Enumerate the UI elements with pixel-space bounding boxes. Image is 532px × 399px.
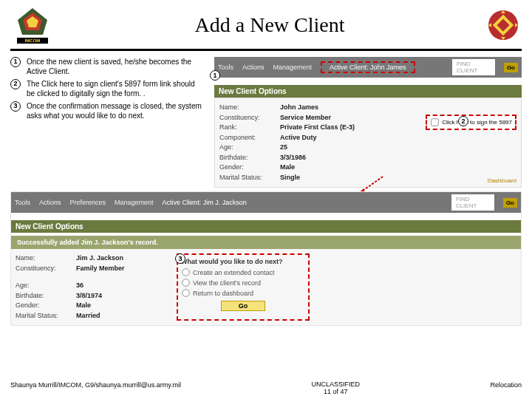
active-client-label: Active Client: John James (321, 61, 415, 73)
radio-return-dashboard[interactable] (182, 289, 189, 296)
val2-name: Jim J. Jackson (76, 253, 123, 264)
val2-gender: Male (76, 301, 91, 311)
dashboard-link[interactable]: Dashboard (488, 177, 516, 184)
opt-return-dashboard[interactable]: Return to dashboard (181, 288, 305, 298)
val-age: 25 (280, 143, 287, 153)
callout-badge-3: 3 (175, 253, 185, 264)
nav-actions[interactable]: Actions (242, 64, 265, 71)
screenshot-panel-2: Tools Actions Preferences Management Act… (10, 191, 522, 326)
lbl2-name: Name: (16, 253, 76, 264)
lbl2-gender: Gender: (16, 301, 76, 311)
lbl-birthdate: Birthdate: (219, 153, 280, 163)
sign-5897-label: Click here to sign the 5897 (442, 119, 512, 126)
footer-page-number: 11 of 47 (324, 388, 348, 395)
next-question: What would you like to do next? (181, 258, 305, 265)
instruction-list: 1 Once the new client is saved, he/she b… (10, 57, 202, 120)
nav-tools[interactable]: Tools (218, 64, 233, 71)
lbl2-constituency: Constituency: (16, 264, 76, 274)
sign-5897-box[interactable]: Click here to sign the 5897 (426, 115, 516, 130)
val2-age: 36 (76, 281, 83, 291)
find-client-input-2[interactable]: FIND CLIENT (451, 194, 494, 211)
screenshot-panel-1: Tools Actions Management Active Client: … (214, 57, 522, 188)
lbl-component: Component: (219, 133, 280, 143)
opt-view-record[interactable]: View the client's record (181, 278, 305, 287)
nav2-actions[interactable]: Actions (39, 199, 61, 206)
section-header-2: New Client Options (11, 220, 521, 233)
val-gender: Male (280, 163, 295, 173)
step-badge-2: 2 (10, 79, 21, 89)
val-name: John James (280, 103, 318, 113)
imcom-logo: IMCOM (10, 3, 55, 47)
val-component: Active Duty (280, 133, 317, 143)
header-rule (10, 49, 522, 51)
lbl-name: Name: (219, 103, 280, 113)
nav2-management[interactable]: Management (115, 199, 154, 206)
val-rank: Private First Class (E-3) (280, 123, 355, 133)
callout-badge-1: 1 (210, 70, 220, 81)
step-badge-1: 1 (10, 57, 21, 67)
opt-extended-contact[interactable]: Create an extended contact (181, 267, 305, 277)
val-birthdate: 3/3/1986 (280, 153, 306, 163)
radio-view-record[interactable] (182, 279, 189, 286)
footer-author: Shaunya Murrill/IMCOM, G9/shaunya.murril… (10, 381, 181, 396)
lbl-gender: Gender: (219, 163, 280, 173)
success-message: Successfully added Jim J. Jackson's reco… (11, 236, 521, 249)
val-marital: Single (280, 173, 300, 183)
section-header: New Client Options (214, 85, 522, 98)
step-badge-3: 3 (10, 101, 21, 112)
lbl-constituency: Constituency: (219, 113, 280, 123)
nav2-tools[interactable]: Tools (15, 199, 30, 206)
footer-topic: Relocation (490, 381, 522, 396)
lbl-marital: Marital Status: (219, 173, 280, 183)
nav-management[interactable]: Management (273, 64, 313, 71)
sign-5897-checkbox[interactable] (432, 118, 439, 126)
nav2-active-client: Active Client: Jim J. Jackson (163, 199, 247, 206)
svg-text:IMCOM: IMCOM (25, 38, 41, 43)
find-client-input[interactable]: FIND CLIENT (452, 59, 495, 75)
go-button-2[interactable]: Go (503, 198, 517, 208)
radio-extended-contact[interactable] (182, 268, 189, 276)
step-text-3: Once the confirmation message is closed,… (27, 101, 202, 120)
val2-constituency: Family Member (76, 264, 125, 274)
page-title: Add a New Client (55, 13, 485, 37)
next-action-box: What would you like to do next? Create a… (177, 253, 310, 321)
nav2-preferences[interactable]: Preferences (70, 199, 106, 206)
val-constituency: Service Member (280, 113, 331, 123)
lbl-age: Age: (219, 143, 280, 153)
lbl-rank: Rank: (219, 123, 280, 133)
step-text-2: The Click here to sign client's 5897 for… (27, 79, 202, 98)
val2-birthdate: 3/8/1974 (76, 291, 102, 301)
slide-footer: Shaunya Murrill/IMCOM, G9/shaunya.murril… (0, 381, 532, 396)
footer-classification: UNCLASSIFIED (311, 381, 360, 388)
lbl2-birthdate: Birthdate: (16, 291, 76, 301)
go-button[interactable]: Go (504, 63, 518, 72)
army-crest-logo (485, 7, 522, 44)
callout-badge-2: 2 (458, 116, 468, 126)
next-go-button[interactable]: Go (221, 301, 265, 311)
lbl2-age: Age: (16, 281, 76, 291)
val2-marital: Married (76, 311, 100, 321)
lbl2-marital: Marital Status: (16, 311, 76, 321)
step-text-1: Once the new client is saved, he/she bec… (27, 57, 202, 76)
